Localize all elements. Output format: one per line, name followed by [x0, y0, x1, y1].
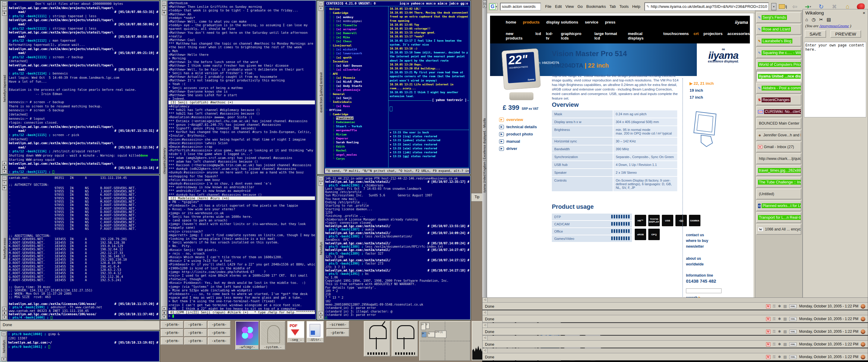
scroll-left-icon[interactable]: ◁	[483, 310, 488, 315]
horizontal-scrollbar[interactable]: ◁	[483, 310, 868, 315]
terminal-output[interactable]: cantab.net. 86351 IN A 131.111.150.45 ;;…	[8, 175, 159, 319]
bookmark-folder-button[interactable]: lj	[779, 4, 787, 9]
window-terminal-irc[interactable]: ▭ ✕ ✚ cleopatra:jdamery ▲ ▮ ▼ +Methodism…	[160, 0, 316, 320]
nav-link[interactable]: service	[585, 20, 598, 24]
product-subnav-item[interactable]: ▶technical details	[499, 124, 537, 129]
horizontal-scrollbar[interactable]: ◁	[483, 336, 868, 341]
footer-link[interactable]: worldwide	[686, 262, 704, 267]
wfcmgr-icon[interactable]: -wfcmgr-	[236, 321, 259, 350]
scroll-left-icon[interactable]: ◁	[483, 298, 488, 302]
sidebar-close-icon[interactable]: ×	[863, 10, 865, 16]
menu-help[interactable]: Help	[630, 4, 642, 9]
sidebar-tab[interactable]: Transport for L...n Real-time Map	[756, 212, 801, 223]
sidebar-tab[interactable]: ✎Aldabra - Post a comment	[756, 83, 801, 93]
scroll-thumb[interactable]: ▮	[2, 311, 7, 315]
window-titlebar[interactable]: ▭ ✕ event from [yahoo] tentrevir	[318, 1, 324, 174]
scroll-left-icon[interactable]: ◁	[483, 323, 488, 328]
wikalong-user-link[interactable]: AnonymousGnome	[819, 24, 849, 28]
system-ghost-icon[interactable]: -system.-	[260, 321, 285, 350]
scroll-up-icon[interactable]: ▲	[2, 161, 7, 165]
monkey-icon[interactable]	[861, 304, 865, 309]
centericq-input[interactable]	[389, 105, 469, 130]
office-writer-icon[interactable]: -Ultr-	[307, 321, 324, 343]
monkey-icon[interactable]	[861, 317, 865, 321]
wikalong-tools-icon[interactable]: ✂	[819, 17, 823, 22]
sidebar-tab[interactable]: The Tube Challenge :: Index	[756, 177, 801, 188]
product-subnav-item[interactable]: ▶manual	[499, 139, 537, 144]
xbiff-mailbox-icon[interactable]	[364, 321, 390, 357]
wikalong-history-icon[interactable]: ◷	[812, 17, 815, 22]
shaded-browser-window[interactable]: ◁DoneM⚿✱▤XMLMonday, October 10, 2005 - 1…	[482, 310, 868, 323]
terminal-output[interactable]: : pts/0 bash[1060] ; gimp &[20] 13307hel…	[7, 331, 159, 361]
wikalong-preview-button[interactable]: PREVIEW	[830, 30, 861, 38]
taskbar-button[interactable]: -pterm-	[327, 329, 349, 337]
horizontal-scrollbar[interactable]: ◁	[483, 298, 868, 303]
nav-link[interactable]: home	[506, 20, 516, 24]
window-terminal-chimborazo[interactable]: ▭ ✕ helvellyn ▲ ▼ 146.22.44.212.in-addr.…	[317, 175, 471, 320]
sidebar-tab[interactable]: ✎Squaring the c..... - Wikalong	[756, 47, 801, 58]
centericq-chat-log[interactable]: 10.10.05 13:02 LOL!10.10.05 13:04 There.…	[389, 6, 469, 101]
window-menu-icon[interactable]: ▭	[483, 0, 487, 4]
scroll-up-icon[interactable]: ▲	[2, 307, 7, 311]
fvwm-pager[interactable]: ps p pc iiy SPR (1)	[419, 321, 470, 361]
scroll-down-icon[interactable]: ▼	[2, 315, 7, 319]
nav-link[interactable]: projectors	[704, 31, 723, 40]
sidebar-tab[interactable]: ⊖Planned works...t for London	[756, 200, 801, 211]
scroll-thumb[interactable]: ▮	[2, 165, 7, 169]
taskbar-button[interactable]: -pterm-	[161, 337, 184, 345]
scroll-up-icon[interactable]: ▲	[162, 306, 167, 310]
footer-link[interactable]: where to buy	[686, 239, 708, 243]
nav-link[interactable]: graphicpro lcds	[561, 31, 590, 40]
scroll-left-icon[interactable]: ◁	[483, 349, 488, 353]
terminal-output[interactable]: -x Don't split files after about 2000000…	[8, 1, 159, 174]
popup-blocked-icon[interactable]: ✱	[778, 355, 781, 359]
taskbar-button[interactable]: -pterm-	[184, 329, 207, 337]
nav-link[interactable]: products	[523, 20, 540, 24]
size-nav-item[interactable]: ▶ 22, 21 inch	[689, 81, 714, 86]
nav-link[interactable]: touchscreens	[663, 31, 689, 40]
sidebar-tab[interactable]: iiyama United ...nce displayed.	[756, 71, 801, 82]
terminal-output[interactable]: 146.22.44.212.in-addr.arpa PTR host-212-…	[324, 176, 470, 319]
taskbar-button[interactable]: -pterm-	[161, 329, 184, 337]
wikalong-book-icon[interactable]: ▤	[827, 17, 831, 22]
horizontal-scrollbar[interactable]: ◁	[483, 349, 868, 353]
shaded-browser-window[interactable]: ◁DoneM⚿✱▤XMLMonday, October 10, 2005 - 1…	[482, 323, 868, 335]
sidebar-tab[interactable]: ⇅RecentChanges	[756, 94, 801, 105]
shaded-browser-statusbar[interactable]: Done	[0, 321, 160, 330]
window-titlebar[interactable]: ▭ ✕ helvellyn ▲ ▼	[318, 176, 324, 319]
shaded-browser-window[interactable]: ◁DoneM⚿✱▤XMLMonday, October 10, 2005 - 1…	[482, 335, 868, 348]
taskbar-button[interactable]: -screen-	[327, 321, 349, 329]
gmail-notifier-icon[interactable]: M	[766, 304, 770, 308]
taskbar-button[interactable]: -pterm-	[208, 329, 230, 337]
popup-blocked-icon[interactable]: ✱	[778, 342, 781, 346]
scroll-down-icon[interactable]: ▼	[318, 315, 323, 319]
scroll-up-icon[interactable]: ▲	[318, 311, 323, 315]
horizontal-scrollbar[interactable]: ◁	[483, 323, 868, 328]
url-dropdown-icon[interactable]: ▾	[771, 3, 776, 10]
taskbar-button[interactable]: -pterm-	[161, 321, 184, 329]
menu-view[interactable]: View	[564, 4, 576, 9]
window-titlebar[interactable]: ▭ ✕ ✚ helvellyn:taperead ▲ ▮ ▼	[1, 1, 8, 174]
scroll-left-icon[interactable]: ◁	[483, 336, 488, 340]
nav-link[interactable]: crt	[693, 31, 699, 40]
menu-bookmarks[interactable]: Bookmarks	[584, 4, 608, 9]
sidebar-tab[interactable]: BOUNCED Main Center	[756, 118, 801, 129]
product-subnav-item[interactable]: ▶driver	[499, 146, 537, 151]
taskbar-button[interactable]: -pterm-	[184, 321, 207, 329]
footer-link[interactable]: newsletter	[686, 244, 708, 249]
nav-link[interactable]: new products	[506, 31, 530, 40]
window-close-icon[interactable]: ✕	[318, 181, 323, 186]
shaded-browser-window[interactable]: ◁DoneM⚿✱▤XMLMonday, October 10, 2005 - 1…	[482, 348, 868, 361]
url-input[interactable]: ✎ http://www.iiyama.co.uk/default.asp?SI…	[644, 2, 769, 11]
product-photo[interactable]: 22" HIGHBRIGHTNESS iiyama	[501, 50, 543, 100]
window-menu-icon[interactable]: ▭	[2, 176, 7, 180]
window-close-icon[interactable]: ✕	[2, 181, 7, 185]
product-subnav-item[interactable]: ▶overview	[499, 117, 537, 122]
wikalong-save-button[interactable]: SAVE	[805, 30, 826, 38]
size-nav-item[interactable]: 19 inch	[689, 88, 714, 93]
window-terminal-taperead[interactable]: ▭ ✕ ✚ helvellyn:taperead ▲ ▮ ▼ -x Don't …	[1, 1, 160, 174]
window-menu-icon[interactable]: ▭	[318, 176, 323, 181]
window-menu-icon[interactable]: ▭	[318, 1, 323, 6]
window-close-icon[interactable]: ✕	[318, 6, 323, 11]
monkey-icon[interactable]	[861, 355, 865, 359]
